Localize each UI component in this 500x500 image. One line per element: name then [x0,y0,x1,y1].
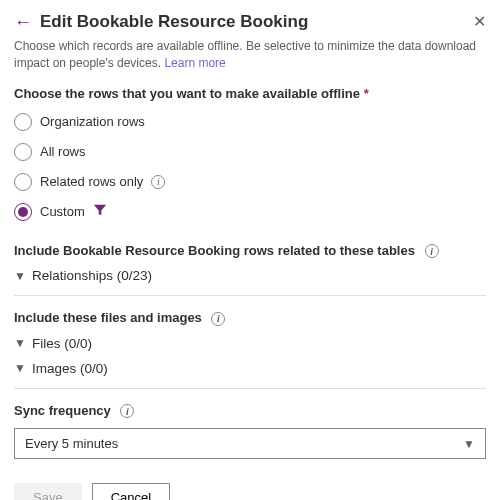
divider [14,295,486,296]
sync-label: Sync frequency i [14,403,486,419]
chevron-down-icon: ▼ [14,336,26,350]
chevron-down-icon: ▼ [463,437,475,451]
divider [14,388,486,389]
save-button: Save [14,483,82,500]
radio-custom[interactable]: Custom [14,203,486,221]
required-marker: * [364,86,369,101]
radio-icon [14,113,32,131]
select-value: Every 5 minutes [25,436,118,451]
radio-icon-selected [14,203,32,221]
radio-related-rows[interactable]: Related rows only i [14,173,486,191]
expander-label: Relationships (0/23) [32,268,152,283]
info-icon[interactable]: i [211,312,225,326]
radio-label: Organization rows [40,114,145,129]
radio-icon [14,143,32,161]
radio-all-rows[interactable]: All rows [14,143,486,161]
back-arrow-icon[interactable]: ← [14,13,32,31]
expander-label: Files (0/0) [32,336,92,351]
expander-relationships[interactable]: ▼ Relationships (0/23) [14,268,486,283]
learn-more-link[interactable]: Learn more [164,56,225,70]
expander-label: Images (0/0) [32,361,108,376]
sync-frequency-select[interactable]: Every 5 minutes ▼ [14,428,486,459]
radio-organization-rows[interactable]: Organization rows [14,113,486,131]
include-related-label: Include Bookable Resource Booking rows r… [14,243,486,259]
close-icon[interactable]: ✕ [473,14,486,30]
rows-section-label: Choose the rows that you want to make av… [14,86,486,101]
info-icon[interactable]: i [151,175,165,189]
dialog-subtitle: Choose which records are available offli… [14,38,486,72]
dialog-title: Edit Bookable Resource Booking [40,12,465,32]
files-section-label: Include these files and images i [14,310,486,326]
radio-label: All rows [40,144,86,159]
info-icon[interactable]: i [425,244,439,258]
radio-label: Custom [40,204,85,219]
radio-label: Related rows only [40,174,143,189]
subtitle-text: Choose which records are available offli… [14,39,476,70]
chevron-down-icon: ▼ [14,269,26,283]
info-icon[interactable]: i [120,404,134,418]
filter-icon[interactable] [93,203,107,220]
chevron-down-icon: ▼ [14,361,26,375]
expander-files[interactable]: ▼ Files (0/0) [14,336,486,351]
radio-icon [14,173,32,191]
expander-images[interactable]: ▼ Images (0/0) [14,361,486,376]
cancel-button[interactable]: Cancel [92,483,170,500]
